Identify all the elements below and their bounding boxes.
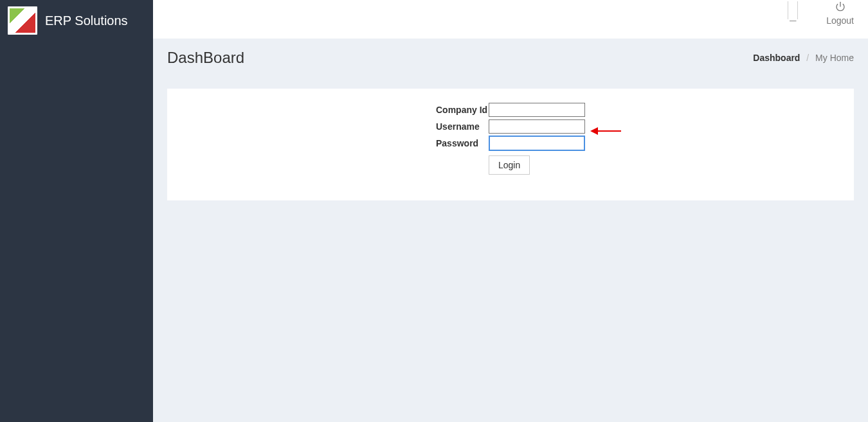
username-row: Username	[436, 118, 854, 135]
company-label: Company Id	[436, 105, 489, 115]
breadcrumb-separator: /	[806, 53, 809, 63]
password-row: Password	[436, 135, 854, 152]
brand-title: ERP Solutions	[45, 6, 128, 35]
logo-graphic	[10, 8, 35, 33]
topbar-divider: _	[788, 1, 798, 19]
company-id-input[interactable]	[489, 103, 585, 117]
breadcrumb-root[interactable]: Dashboard	[753, 53, 800, 63]
password-input[interactable]	[489, 136, 585, 151]
breadcrumb-current: My Home	[815, 53, 854, 63]
sidebar: ERP Solutions	[0, 0, 153, 422]
password-label: Password	[436, 138, 489, 148]
topbar: _ Logout	[153, 0, 868, 39]
login-card: Company Id Username Password Login	[167, 89, 854, 200]
power-icon	[835, 1, 845, 14]
brand-logo	[8, 6, 37, 35]
content-body: Company Id Username Password Login	[153, 77, 868, 422]
login-button[interactable]: Login	[489, 155, 530, 175]
username-label: Username	[436, 121, 489, 132]
page-title: DashBoard	[167, 49, 244, 67]
content-header: DashBoard Dashboard / My Home	[153, 39, 868, 77]
breadcrumb: Dashboard / My Home	[753, 53, 854, 63]
username-input[interactable]	[489, 119, 585, 134]
logout-button[interactable]: Logout	[826, 1, 854, 26]
login-form: Company Id Username Password Login	[436, 101, 854, 175]
company-row: Company Id	[436, 101, 854, 118]
logout-label: Logout	[826, 15, 854, 26]
